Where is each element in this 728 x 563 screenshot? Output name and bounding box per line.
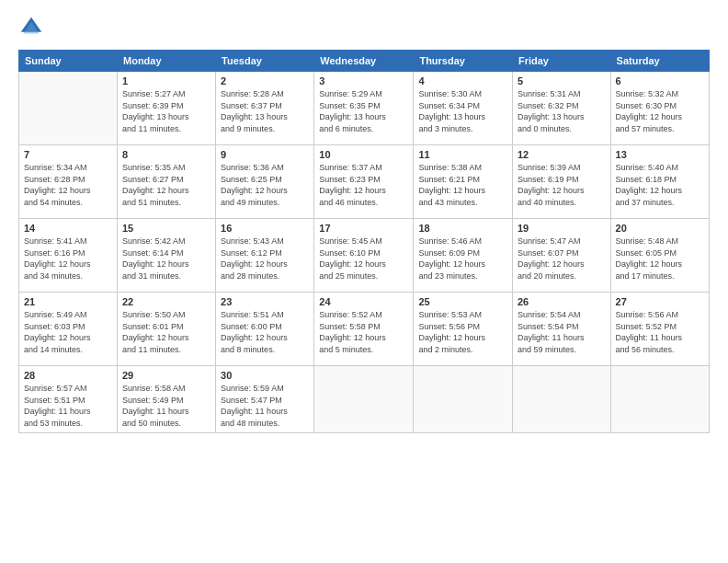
calendar: SundayMondayTuesdayWednesdayThursdayFrid…	[18, 50, 710, 433]
day-number: 8	[122, 149, 210, 160]
day-info: Sunrise: 5:40 AMSunset: 6:18 PMDaylight:…	[616, 162, 704, 208]
day-cell: 18Sunrise: 5:46 AMSunset: 6:09 PMDayligh…	[414, 219, 513, 293]
header-row: SundayMondayTuesdayWednesdayThursdayFrid…	[19, 51, 710, 72]
day-cell: 6Sunrise: 5:32 AMSunset: 6:30 PMDaylight…	[610, 72, 709, 145]
day-cell: 19Sunrise: 5:47 AMSunset: 6:07 PMDayligh…	[512, 219, 610, 293]
day-number: 27	[616, 296, 704, 307]
day-cell: 29Sunrise: 5:58 AMSunset: 5:49 PMDayligh…	[118, 366, 216, 433]
day-number: 11	[418, 149, 507, 160]
day-cell: 26Sunrise: 5:54 AMSunset: 5:54 PMDayligh…	[512, 293, 610, 366]
day-cell: 14Sunrise: 5:41 AMSunset: 6:16 PMDayligh…	[19, 219, 118, 293]
header-thursday: Thursday	[414, 51, 513, 72]
day-cell: 21Sunrise: 5:49 AMSunset: 6:03 PMDayligh…	[19, 293, 118, 366]
week-row-2: 7Sunrise: 5:34 AMSunset: 6:28 PMDaylight…	[19, 145, 710, 219]
header	[18, 15, 710, 40]
day-info: Sunrise: 5:34 AMSunset: 6:28 PMDaylight:…	[24, 162, 112, 208]
day-info: Sunrise: 5:51 AMSunset: 6:00 PMDaylight:…	[221, 309, 309, 355]
day-cell: 25Sunrise: 5:53 AMSunset: 5:56 PMDayligh…	[414, 293, 513, 366]
header-saturday: Saturday	[610, 51, 709, 72]
day-number: 29	[122, 370, 210, 381]
header-wednesday: Wednesday	[314, 51, 414, 72]
page: SundayMondayTuesdayWednesdayThursdayFrid…	[0, 0, 728, 563]
day-number: 21	[24, 296, 112, 307]
day-cell: 9Sunrise: 5:36 AMSunset: 6:25 PMDaylight…	[216, 145, 314, 219]
day-number: 17	[319, 223, 408, 234]
day-info: Sunrise: 5:45 AMSunset: 6:10 PMDaylight:…	[319, 236, 408, 282]
day-number: 25	[418, 296, 507, 307]
day-info: Sunrise: 5:42 AMSunset: 6:14 PMDaylight:…	[122, 236, 210, 282]
day-cell	[414, 366, 513, 433]
day-info: Sunrise: 5:56 AMSunset: 5:52 PMDaylight:…	[616, 309, 704, 355]
day-cell: 2Sunrise: 5:28 AMSunset: 6:37 PMDaylight…	[216, 72, 314, 145]
logo-icon	[18, 15, 44, 40]
day-cell	[610, 366, 709, 433]
day-cell: 20Sunrise: 5:48 AMSunset: 6:05 PMDayligh…	[610, 219, 709, 293]
day-cell	[19, 72, 118, 145]
day-number: 23	[221, 296, 309, 307]
day-info: Sunrise: 5:41 AMSunset: 6:16 PMDaylight:…	[24, 236, 112, 282]
day-number: 19	[518, 223, 606, 234]
day-info: Sunrise: 5:36 AMSunset: 6:25 PMDaylight:…	[221, 162, 309, 208]
day-number: 4	[418, 75, 507, 86]
day-cell: 7Sunrise: 5:34 AMSunset: 6:28 PMDaylight…	[19, 145, 118, 219]
day-cell: 15Sunrise: 5:42 AMSunset: 6:14 PMDayligh…	[118, 219, 216, 293]
day-cell: 11Sunrise: 5:38 AMSunset: 6:21 PMDayligh…	[414, 145, 513, 219]
day-cell: 10Sunrise: 5:37 AMSunset: 6:23 PMDayligh…	[314, 145, 414, 219]
day-number: 12	[518, 149, 606, 160]
day-cell: 22Sunrise: 5:50 AMSunset: 6:01 PMDayligh…	[118, 293, 216, 366]
day-number: 14	[24, 223, 112, 234]
day-cell: 28Sunrise: 5:57 AMSunset: 5:51 PMDayligh…	[19, 366, 118, 433]
day-number: 5	[518, 75, 606, 86]
day-number: 13	[616, 149, 704, 160]
day-number: 3	[319, 75, 408, 86]
week-row-1: 1Sunrise: 5:27 AMSunset: 6:39 PMDaylight…	[19, 72, 710, 145]
day-number: 16	[221, 223, 309, 234]
day-number: 28	[24, 370, 112, 381]
day-info: Sunrise: 5:48 AMSunset: 6:05 PMDaylight:…	[616, 236, 704, 282]
day-info: Sunrise: 5:53 AMSunset: 5:56 PMDaylight:…	[418, 309, 507, 355]
day-cell: 27Sunrise: 5:56 AMSunset: 5:52 PMDayligh…	[610, 293, 709, 366]
week-row-4: 21Sunrise: 5:49 AMSunset: 6:03 PMDayligh…	[19, 293, 710, 366]
day-info: Sunrise: 5:57 AMSunset: 5:51 PMDaylight:…	[24, 383, 112, 429]
day-number: 24	[319, 296, 408, 307]
day-info: Sunrise: 5:46 AMSunset: 6:09 PMDaylight:…	[418, 236, 507, 282]
day-info: Sunrise: 5:50 AMSunset: 6:01 PMDaylight:…	[122, 309, 210, 355]
day-info: Sunrise: 5:52 AMSunset: 5:58 PMDaylight:…	[319, 309, 408, 355]
day-info: Sunrise: 5:54 AMSunset: 5:54 PMDaylight:…	[518, 309, 606, 355]
day-cell: 1Sunrise: 5:27 AMSunset: 6:39 PMDaylight…	[118, 72, 216, 145]
day-info: Sunrise: 5:47 AMSunset: 6:07 PMDaylight:…	[518, 236, 606, 282]
day-info: Sunrise: 5:49 AMSunset: 6:03 PMDaylight:…	[24, 309, 112, 355]
header-monday: Monday	[118, 51, 216, 72]
day-number: 15	[122, 223, 210, 234]
day-cell: 17Sunrise: 5:45 AMSunset: 6:10 PMDayligh…	[314, 219, 414, 293]
header-tuesday: Tuesday	[216, 51, 314, 72]
day-info: Sunrise: 5:35 AMSunset: 6:27 PMDaylight:…	[122, 162, 210, 208]
day-number: 30	[221, 370, 309, 381]
day-number: 18	[418, 223, 507, 234]
day-info: Sunrise: 5:28 AMSunset: 6:37 PMDaylight:…	[221, 88, 309, 134]
day-number: 7	[24, 149, 112, 160]
day-cell: 3Sunrise: 5:29 AMSunset: 6:35 PMDaylight…	[314, 72, 414, 145]
day-number: 2	[221, 75, 309, 86]
day-number: 6	[616, 75, 704, 86]
day-info: Sunrise: 5:32 AMSunset: 6:30 PMDaylight:…	[616, 88, 704, 134]
day-cell	[314, 366, 414, 433]
day-cell: 24Sunrise: 5:52 AMSunset: 5:58 PMDayligh…	[314, 293, 414, 366]
day-number: 9	[221, 149, 309, 160]
week-row-5: 28Sunrise: 5:57 AMSunset: 5:51 PMDayligh…	[19, 366, 710, 433]
day-info: Sunrise: 5:37 AMSunset: 6:23 PMDaylight:…	[319, 162, 408, 208]
week-row-3: 14Sunrise: 5:41 AMSunset: 6:16 PMDayligh…	[19, 219, 710, 293]
day-info: Sunrise: 5:38 AMSunset: 6:21 PMDaylight:…	[418, 162, 507, 208]
day-cell	[512, 366, 610, 433]
header-sunday: Sunday	[19, 51, 118, 72]
day-number: 20	[616, 223, 704, 234]
day-cell: 12Sunrise: 5:39 AMSunset: 6:19 PMDayligh…	[512, 145, 610, 219]
day-info: Sunrise: 5:27 AMSunset: 6:39 PMDaylight:…	[122, 88, 210, 134]
day-number: 1	[122, 75, 210, 86]
day-cell: 13Sunrise: 5:40 AMSunset: 6:18 PMDayligh…	[610, 145, 709, 219]
day-info: Sunrise: 5:58 AMSunset: 5:49 PMDaylight:…	[122, 383, 210, 429]
day-info: Sunrise: 5:59 AMSunset: 5:47 PMDaylight:…	[221, 383, 309, 429]
day-number: 22	[122, 296, 210, 307]
day-cell: 16Sunrise: 5:43 AMSunset: 6:12 PMDayligh…	[216, 219, 314, 293]
day-cell: 30Sunrise: 5:59 AMSunset: 5:47 PMDayligh…	[216, 366, 314, 433]
